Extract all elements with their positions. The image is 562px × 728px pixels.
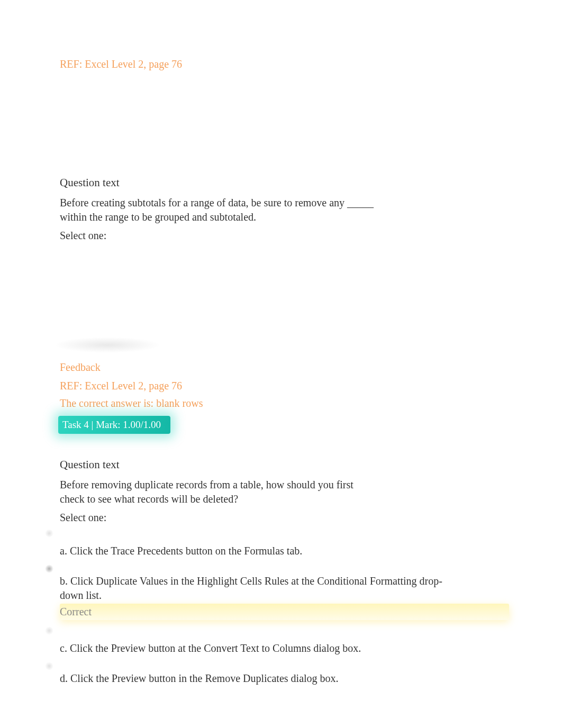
question-2-select-one: Select one:: [60, 512, 509, 524]
feedback-label: Feedback: [60, 361, 509, 374]
correct-answer-text: The correct answer is: blank rows: [60, 397, 509, 410]
reference-text-2: REF: Excel Level 2, page 76: [60, 380, 509, 392]
question-2-header: Question text: [60, 458, 509, 471]
option-a-row[interactable]: a. Click the Trace Precedents button on …: [60, 528, 509, 558]
option-d-row[interactable]: d. Click the Preview button in the Remov…: [60, 661, 509, 686]
radio-icon-selected[interactable]: [45, 565, 53, 573]
radio-icon[interactable]: [45, 662, 53, 670]
question-2-body: Before removing duplicate records from a…: [60, 478, 372, 506]
question-1-body: Before creating subtotals for a range of…: [60, 196, 398, 224]
option-c-text: c. Click the Preview button at the Conve…: [60, 641, 509, 656]
option-d-text: d. Click the Preview button in the Remov…: [60, 671, 509, 686]
radio-icon[interactable]: [45, 529, 53, 538]
option-a-text: a. Click the Trace Precedents button on …: [60, 544, 509, 558]
radio-icon[interactable]: [45, 626, 53, 635]
correct-indicator: Correct: [60, 604, 509, 620]
blurred-content: [55, 337, 160, 353]
option-b-text: b. Click Duplicate Values in the Highlig…: [60, 574, 457, 603]
task-mark-badge: Task 4 | Mark: 1.00/1.00: [58, 416, 170, 434]
option-b-row[interactable]: b. Click Duplicate Values in the Highlig…: [60, 563, 509, 620]
option-c-row[interactable]: c. Click the Preview button at the Conve…: [60, 625, 509, 656]
question-1-select-one: Select one:: [60, 230, 509, 242]
reference-text-1: REF: Excel Level 2, page 76: [60, 58, 509, 70]
question-1-header: Question text: [60, 176, 509, 189]
